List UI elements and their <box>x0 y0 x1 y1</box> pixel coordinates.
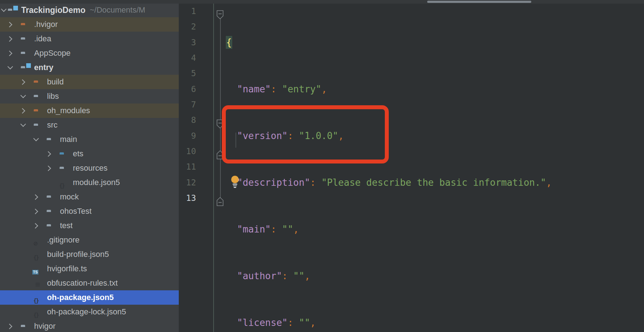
line-number: 4 <box>179 50 196 66</box>
code-line-6: "author": "", <box>226 268 552 284</box>
matched-brace: { <box>226 36 232 49</box>
chevron-down-icon[interactable] <box>1 7 6 13</box>
line-number: 5 <box>179 66 196 81</box>
tree-item-gitignore[interactable]: ⊘ .gitignore <box>0 233 179 247</box>
chevron-spacer <box>46 180 52 185</box>
chevron-spacer <box>20 309 26 315</box>
project-path: ~/Documents/M <box>90 5 145 15</box>
chevron-down-icon[interactable] <box>20 122 26 128</box>
tree-item-idea[interactable]: .idea <box>0 32 179 46</box>
project-tree: TrackingioDemo ~/Documents/M .hvigor .id… <box>0 4 179 332</box>
top-scrollbar-track <box>0 0 644 4</box>
line-number: 1 <box>179 4 196 19</box>
typescript-file-icon: TS <box>34 264 44 273</box>
chevron-spacer <box>20 280 26 286</box>
tree-item-entry[interactable]: entry <box>0 60 179 75</box>
chevron-right-icon[interactable] <box>46 165 52 171</box>
tree-item-mock[interactable]: mock <box>0 190 179 204</box>
chevron-down-icon[interactable] <box>33 137 39 142</box>
gutter-separator <box>213 4 214 332</box>
chevron-spacer <box>20 266 26 272</box>
text-file-icon <box>34 278 44 288</box>
tree-item-hvigor-dot[interactable]: .hvigor <box>0 17 179 32</box>
chevron-right-icon[interactable] <box>33 208 39 214</box>
line-number: 6 <box>179 82 196 97</box>
json5-file-icon: {} <box>34 293 44 302</box>
annotation-highlight-box <box>222 105 389 163</box>
tree-item-hvigor[interactable]: hvigor <box>0 319 179 332</box>
horizontal-scrollbar-thumb[interactable] <box>427 1 531 3</box>
editor-pane[interactable]: 1 2 3 4 5 6 7 8 9 10 11 12 13 { <box>179 4 644 332</box>
code-line-7: "license": "", <box>226 315 552 331</box>
line-number-active: 13 <box>179 190 196 206</box>
chevron-right-icon[interactable] <box>7 22 13 27</box>
line-number: 7 <box>179 97 196 112</box>
tree-item-src[interactable]: src <box>0 118 179 132</box>
tree-item-test[interactable]: test <box>0 218 179 233</box>
line-number-gutter: 1 2 3 4 5 6 7 8 9 10 11 12 13 <box>179 4 196 206</box>
line-number: 2 <box>179 19 196 34</box>
line-number: 8 <box>179 112 196 128</box>
line-number: 9 <box>179 128 196 144</box>
chevron-right-icon[interactable] <box>7 36 13 42</box>
fold-region-line <box>220 16 221 200</box>
ide-window: TrackingioDemo ~/Documents/M .hvigor .id… <box>0 0 644 332</box>
line-number: 12 <box>179 175 196 190</box>
code-line-5: "main": "", <box>226 222 552 237</box>
json5-file-icon: {} <box>34 307 44 317</box>
fold-collapse-icon[interactable] <box>216 10 224 19</box>
chevron-right-icon[interactable] <box>33 194 39 200</box>
tree-item-libs[interactable]: libs <box>0 89 179 103</box>
project-tree-panel: TrackingioDemo ~/Documents/M .hvigor .id… <box>0 4 179 332</box>
tree-item-obfuscation-rules[interactable]: obfuscation-rules.txt <box>0 276 179 290</box>
tree-item-appscope[interactable]: AppScope <box>0 46 179 60</box>
tree-item-oh-modules[interactable]: oh_modules <box>0 103 179 118</box>
code-line-2: "name": "entry", <box>226 82 552 97</box>
project-title: TrackingioDemo <box>21 5 85 15</box>
code-line-4: "description": "Please describe the basi… <box>226 175 552 190</box>
tree-item-resources[interactable]: resources <box>0 161 179 175</box>
chevron-right-icon[interactable] <box>33 223 39 229</box>
tree-item-ohostest[interactable]: ohosTest <box>0 204 179 218</box>
chevron-down-icon[interactable] <box>7 65 13 70</box>
chevron-right-icon[interactable] <box>20 108 26 114</box>
intention-bulb-icon[interactable] <box>230 176 239 189</box>
fold-collapse-end-icon[interactable] <box>216 197 224 206</box>
tree-item-main[interactable]: main <box>0 132 179 147</box>
json5-file-icon: {} <box>60 178 70 187</box>
tree-item-oh-package-lock-json5[interactable]: {} oh-package-lock.json5 <box>0 305 179 319</box>
tree-item-project-root[interactable]: TrackingioDemo ~/Documents/M <box>0 4 179 17</box>
ignore-file-icon: ⊘ <box>34 235 44 245</box>
line-number: 11 <box>179 159 196 175</box>
tree-item-module-json5[interactable]: {} module.json5 <box>0 175 179 190</box>
chevron-down-icon[interactable] <box>20 93 26 99</box>
code-line-1: { <box>226 35 552 50</box>
code-area[interactable]: { "name": "entry", "version": "1.0.0", "… <box>226 4 552 332</box>
json5-file-icon: {} <box>34 250 44 259</box>
chevron-right-icon[interactable] <box>7 50 13 56</box>
tree-item-build[interactable]: build <box>0 75 179 89</box>
line-number: 10 <box>179 144 196 159</box>
chevron-right-icon[interactable] <box>20 79 26 85</box>
chevron-spacer <box>20 252 26 257</box>
line-number: 3 <box>179 35 196 50</box>
tree-item-hvigorfile-ts[interactable]: TS hvigorfile.ts <box>0 262 179 276</box>
tree-item-ets[interactable]: ets <box>0 147 179 161</box>
tree-item-build-profile-json5[interactable]: {} build-profile.json5 <box>0 247 179 262</box>
tree-item-oh-package-json5[interactable]: {} oh-package.json5 <box>0 290 179 305</box>
chevron-right-icon[interactable] <box>7 323 13 329</box>
chevron-spacer <box>20 295 26 300</box>
chevron-spacer <box>20 237 26 243</box>
chevron-right-icon[interactable] <box>46 151 52 157</box>
